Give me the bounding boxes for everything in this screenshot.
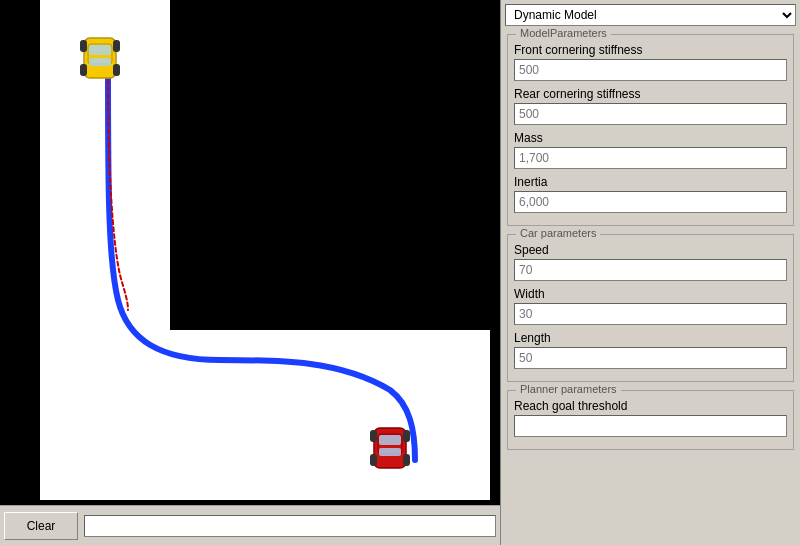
model-parameters-label: ModelParameters: [516, 27, 611, 39]
car-red: [368, 418, 412, 478]
inertia-input[interactable]: [514, 191, 787, 213]
mass-row: Mass: [514, 131, 787, 169]
model-parameters-group: ModelParameters Front cornering stiffnes…: [507, 34, 794, 226]
rear-cornering-stiffness-row: Rear cornering stiffness: [514, 87, 787, 125]
path-svg: [0, 0, 500, 505]
canvas-area: Clear: [0, 0, 500, 545]
right-panel: Dynamic Model ModelParameters Front corn…: [500, 0, 800, 545]
svg-rect-14: [370, 454, 377, 466]
svg-rect-5: [113, 40, 120, 52]
inertia-row: Inertia: [514, 175, 787, 213]
length-input[interactable]: [514, 347, 787, 369]
speed-input[interactable]: [514, 259, 787, 281]
length-row: Length: [514, 331, 787, 369]
width-input[interactable]: [514, 303, 787, 325]
svg-rect-11: [379, 448, 401, 456]
canvas-viewport[interactable]: [0, 0, 500, 505]
svg-rect-3: [89, 58, 111, 66]
front-cornering-stiffness-row: Front cornering stiffness: [514, 43, 787, 81]
svg-rect-4: [80, 40, 87, 52]
rear-cornering-stiffness-label: Rear cornering stiffness: [514, 87, 787, 101]
svg-rect-10: [379, 435, 401, 445]
model-dropdown-row: Dynamic Model: [501, 0, 800, 30]
width-row: Width: [514, 287, 787, 325]
speed-row: Speed: [514, 243, 787, 281]
svg-rect-15: [403, 454, 410, 466]
rear-cornering-stiffness-input[interactable]: [514, 103, 787, 125]
clear-button[interactable]: Clear: [4, 512, 78, 540]
width-label: Width: [514, 287, 787, 301]
car-yellow: [78, 28, 122, 88]
svg-rect-12: [370, 430, 377, 442]
planner-parameters-group: Planner parameters Reach goal threshold: [507, 390, 794, 450]
canvas-bottom-bar: Clear: [0, 505, 500, 545]
front-cornering-stiffness-label: Front cornering stiffness: [514, 43, 787, 57]
svg-rect-13: [403, 430, 410, 442]
reach-goal-threshold-input[interactable]: [514, 415, 787, 437]
svg-rect-6: [80, 64, 87, 76]
mass-input[interactable]: [514, 147, 787, 169]
main-layout: Clear Dynamic Model ModelParameters Fron…: [0, 0, 800, 545]
svg-rect-2: [89, 45, 111, 55]
progress-bar: [84, 515, 496, 537]
model-dropdown[interactable]: Dynamic Model: [505, 4, 796, 26]
front-cornering-stiffness-input[interactable]: [514, 59, 787, 81]
mass-label: Mass: [514, 131, 787, 145]
car-parameters-label: Car parameters: [516, 227, 600, 239]
length-label: Length: [514, 331, 787, 345]
reach-goal-threshold-row: Reach goal threshold: [514, 399, 787, 437]
svg-rect-7: [113, 64, 120, 76]
inertia-label: Inertia: [514, 175, 787, 189]
reach-goal-threshold-label: Reach goal threshold: [514, 399, 787, 413]
car-parameters-group: Car parameters Speed Width Length: [507, 234, 794, 382]
speed-label: Speed: [514, 243, 787, 257]
planner-parameters-label: Planner parameters: [516, 383, 621, 395]
